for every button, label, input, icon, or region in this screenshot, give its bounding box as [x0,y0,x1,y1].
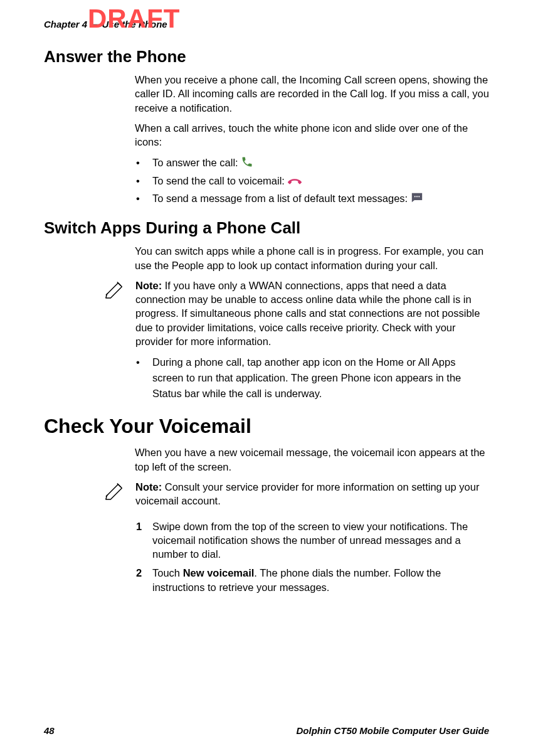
answer-bullet-2: To send the call to voicemail: [135,173,489,189]
svg-point-2 [418,196,420,197]
draft-watermark: DRAFT [88,4,180,34]
guide-title: Dolphin CT50 Mobile Computer User Guide [296,725,489,736]
note-label: Note: [135,481,162,492]
switch-apps-p1-block: You can switch apps while a phone call i… [135,244,489,272]
phone-answer-icon [241,156,253,173]
answer-bullet-3-text: To send a message from a list of default… [152,193,411,204]
voicemail-steps-block: Swipe down from the top of the screen to… [135,519,489,594]
page: DRAFT Chapter 4 — Use the Phone Answer t… [0,0,533,756]
switch-note-body: If you have only a WWAN connections, app… [135,280,480,347]
voicemail-note-body: Consult your service provider for more i… [135,481,479,506]
switch-p1: You can switch apps while a phone call i… [135,244,489,272]
note-label: Note: [135,280,162,291]
svg-point-1 [416,196,418,197]
switch-bullet-1: During a phone call, tap another app ico… [135,354,489,401]
message-icon [411,192,423,208]
answer-bullet-1-text: To answer the call: [152,157,241,168]
phone-hangup-icon [288,174,302,190]
voicemail-note-row: Note: Consult your service provider for … [44,480,489,508]
heading-answer-phone: Answer the Phone [44,47,489,67]
voicemail-p1: When you have a new voicemail message, t… [135,445,489,474]
answer-phone-block: When you receive a phone call, the Incom… [135,73,489,207]
switch-note-text: Note: If you have only a WWAN connection… [135,279,489,348]
step2-prefix: Touch [152,567,183,578]
answer-p1: When you receive a phone call, the Incom… [135,73,489,115]
switch-bullet-list: During a phone call, tap another app ico… [135,354,489,401]
footer: 48 Dolphin CT50 Mobile Computer User Gui… [44,725,489,736]
switch-note-row: Note: If you have only a WWAN connection… [44,279,489,348]
answer-bullet-1: To answer the call: [135,155,489,172]
heading-switch-apps: Switch Apps During a Phone Call [44,218,489,238]
voicemail-note-text: Note: Consult your service provider for … [135,480,489,508]
answer-bullet-3: To send a message from a list of default… [135,191,489,207]
svg-point-0 [414,196,415,197]
voicemail-p1-block: When you have a new voicemail message, t… [135,445,489,474]
voicemail-step-2: Touch New voicemail. The phone dials the… [135,566,489,594]
page-number: 48 [44,725,55,736]
voicemail-step-1: Swipe down from the top of the screen to… [135,519,489,562]
pencil-note-icon [104,279,130,306]
step2-bold: New voicemail [183,567,255,578]
switch-bullet-block: During a phone call, tap another app ico… [135,354,489,401]
pencil-note-icon [104,480,130,508]
voicemail-steps: Swipe down from the top of the screen to… [135,519,489,594]
heading-check-voicemail: Check Your Voicemail [44,415,489,438]
answer-bullet-2-text: To send the call to voicemail: [152,175,288,186]
answer-bullet-list: To answer the call: To send the call to … [135,155,489,207]
answer-p2: When a call arrives, touch the white pho… [135,121,489,149]
